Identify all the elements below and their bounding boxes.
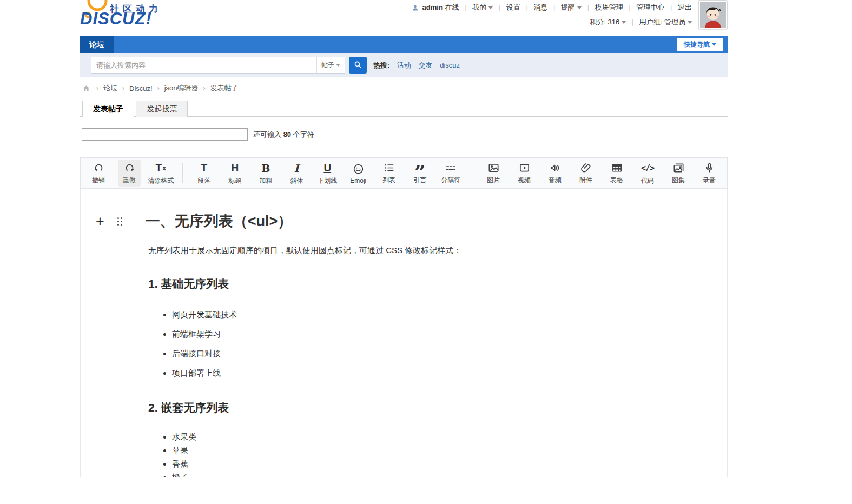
breadcrumb-forum[interactable]: 论坛 <box>103 83 117 93</box>
usergroup-link[interactable]: 用户组: 管理员 <box>639 18 685 26</box>
menu-separator: | <box>465 3 466 11</box>
toolbar-button-table[interactable]: 表格 <box>605 160 628 187</box>
toolbar-button-list[interactable]: 列表 <box>378 160 400 187</box>
online-status: 在线 <box>445 3 459 11</box>
search-box: 帖子 <box>91 57 345 74</box>
breadcrumb-discuz[interactable]: Discuz! <box>129 84 153 92</box>
menu-item-my[interactable]: 我的 <box>472 3 486 11</box>
heading-icon: H <box>231 161 239 175</box>
breadcrumb-json-editor[interactable]: json编辑器 <box>164 83 199 93</box>
code-icon: </> <box>641 161 654 175</box>
menu-item-logout[interactable]: 退出 <box>678 3 692 11</box>
menu-item-module-admin[interactable]: 模块管理 <box>595 3 623 11</box>
breadcrumb: › 论坛 › Discuz! › json编辑器 › 发表帖子 <box>82 83 852 93</box>
paragraph-icon: T <box>201 161 207 175</box>
menu-item-reminders[interactable]: 提醒 <box>561 3 575 11</box>
toolbar-button-quote[interactable]: ” 引言 <box>408 160 431 187</box>
chars-remaining-count: 80 <box>283 130 291 138</box>
list-item: 后端接口对接 <box>172 348 727 359</box>
bullet-list-icon <box>383 161 395 175</box>
bold-icon: B <box>261 161 270 175</box>
toolbar-button-italic[interactable]: I 斜体 <box>285 160 308 187</box>
avatar[interactable] <box>698 0 728 29</box>
editor-toolbar: 撤销 重做 Tx 清除格式 T 段落 H 标题 B 加粗 <box>80 157 728 189</box>
breadcrumb-separator: › <box>96 84 98 92</box>
list-item: 项目部署上线 <box>172 368 727 379</box>
toolbar-button-paragraph[interactable]: T 段落 <box>193 160 215 187</box>
site-logo[interactable]: 社区动力 DISCUZ! <box>80 0 232 34</box>
hot-link-activity[interactable]: 活动 <box>397 61 411 69</box>
editor-content[interactable]: + 一、无序列表（<ul>） 无序列表用于展示无固定顺序的项目，默认使用圆点标记… <box>80 189 728 477</box>
hot-link-discuz[interactable]: discuz <box>440 61 460 69</box>
search-scope-dropdown[interactable]: 帖子 <box>316 57 345 73</box>
toolbar-button-redo[interactable]: 重做 <box>118 160 141 187</box>
post-title-input[interactable] <box>82 128 248 141</box>
toolbar-button-attachment[interactable]: 附件 <box>574 160 597 187</box>
menu-item-admin-center[interactable]: 管理中心 <box>636 3 664 11</box>
chevron-down-icon <box>577 6 582 9</box>
toolbar-button-clear-format[interactable]: Tx 清除格式 <box>149 160 173 187</box>
drag-handle-icon[interactable] <box>117 217 122 226</box>
hot-search-label: 热搜: <box>373 61 389 69</box>
clear-format-icon: Tx <box>156 161 166 175</box>
nav-tab-forum[interactable]: 论坛 <box>80 36 114 53</box>
video-icon <box>518 161 531 175</box>
table-icon <box>611 161 623 175</box>
toolbar-button-record[interactable]: 录音 <box>698 160 721 187</box>
quote-icon: ” <box>414 161 426 175</box>
menu-separator: | <box>587 3 589 11</box>
tab-new-post[interactable]: 发表帖子 <box>82 101 134 117</box>
list-item: 橙子 <box>172 472 727 477</box>
toolbar-button-underline[interactable]: U 下划线 <box>316 160 339 187</box>
menu-item-messages[interactable]: 消息 <box>533 3 547 11</box>
toolbar-button-undo[interactable]: 撤销 <box>87 160 110 187</box>
search-input[interactable] <box>91 57 316 73</box>
toolbar-button-divider[interactable]: 分隔符 <box>439 160 462 187</box>
menu-separator: | <box>670 3 672 11</box>
quick-nav-button[interactable]: 快捷导航 <box>677 38 723 51</box>
home-icon[interactable] <box>82 84 90 92</box>
menu-item-settings[interactable]: 设置 <box>506 3 520 11</box>
breadcrumb-separator: › <box>203 84 205 92</box>
audio-icon <box>549 161 562 175</box>
toolbar-button-heading[interactable]: H 标题 <box>223 160 246 187</box>
user-icon <box>412 5 421 13</box>
doc-nested-list: 水果类 苹果 香蕉 橙子 <box>81 432 727 477</box>
username[interactable]: admin <box>422 3 443 11</box>
list-item: 前端框架学习 <box>172 329 727 340</box>
toolbar-button-gallery[interactable]: 图集 <box>667 160 690 187</box>
chevron-down-icon <box>336 64 340 67</box>
gallery-icon <box>672 161 685 175</box>
chevron-down-icon <box>622 21 626 24</box>
toolbar-button-emoji[interactable]: Emoji <box>347 160 369 187</box>
add-block-button[interactable]: + <box>96 214 104 228</box>
toolbar-button-code[interactable]: </> 代码 <box>636 160 659 187</box>
search-button[interactable] <box>349 57 367 74</box>
doc-section1-title: 1. 基础无序列表 <box>148 276 727 291</box>
toolbar-separator <box>472 163 472 183</box>
breadcrumb-separator: › <box>157 84 160 92</box>
list-item: 苹果 <box>172 445 727 456</box>
underline-icon: U <box>323 161 331 175</box>
toolbar-button-bold[interactable]: B 加粗 <box>254 160 277 187</box>
hot-link-friends[interactable]: 交友 <box>419 61 433 69</box>
toolbar-button-audio[interactable]: 音频 <box>544 160 566 187</box>
redo-icon <box>123 161 136 175</box>
doc-section2-title: 2. 嵌套无序列表 <box>148 400 727 415</box>
undo-icon <box>93 161 105 175</box>
user-menu-row1: admin 在线 | 我的 | 设置 | 消息 | 提醒 | 模块管理 | 管理… <box>412 2 692 13</box>
chevron-down-icon <box>688 21 692 24</box>
italic-icon: I <box>294 161 299 175</box>
menu-separator: | <box>526 3 527 11</box>
breadcrumb-current: 发表帖子 <box>210 83 238 93</box>
chars-remaining-hint: 还可输入 80 个字符 <box>253 130 314 140</box>
doc-heading-1: 一、无序列表（<ul>） <box>146 211 293 231</box>
tab-new-poll[interactable]: 发起投票 <box>136 101 188 117</box>
menu-separator: | <box>553 3 555 11</box>
list-item: 香蕉 <box>172 459 727 469</box>
toolbar-button-video[interactable]: 视频 <box>513 160 536 187</box>
chevron-down-icon <box>712 43 716 46</box>
toolbar-button-image[interactable]: 图片 <box>482 160 505 187</box>
credits-link[interactable]: 积分: 316 <box>590 18 619 26</box>
menu-separator: | <box>632 18 633 26</box>
